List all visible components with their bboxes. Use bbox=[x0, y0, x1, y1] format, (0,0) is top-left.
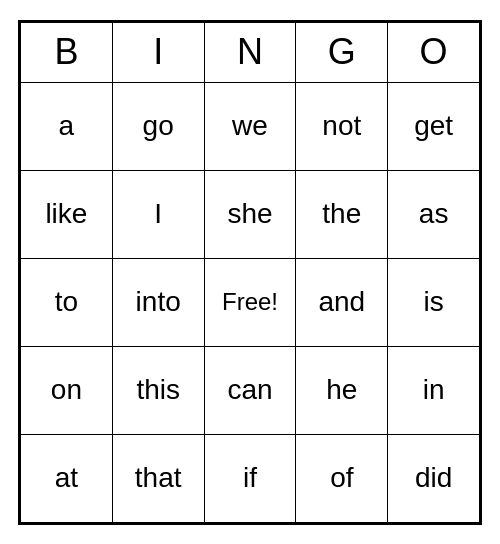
table-cell: not bbox=[296, 82, 388, 170]
table-cell: at bbox=[21, 434, 113, 522]
bingo-table: B I N G O agowenotgetlikeIshetheastointo… bbox=[20, 22, 480, 523]
table-cell: did bbox=[388, 434, 480, 522]
table-cell: Free! bbox=[204, 258, 296, 346]
table-cell: to bbox=[21, 258, 113, 346]
table-cell: like bbox=[21, 170, 113, 258]
table-cell: this bbox=[112, 346, 204, 434]
table-cell: that bbox=[112, 434, 204, 522]
table-cell: go bbox=[112, 82, 204, 170]
table-cell: of bbox=[296, 434, 388, 522]
table-row: agowenotget bbox=[21, 82, 480, 170]
col-n: N bbox=[204, 22, 296, 82]
table-cell: as bbox=[388, 170, 480, 258]
table-cell: and bbox=[296, 258, 388, 346]
table-row: likeIshetheas bbox=[21, 170, 480, 258]
table-cell: if bbox=[204, 434, 296, 522]
col-o: O bbox=[388, 22, 480, 82]
col-g: G bbox=[296, 22, 388, 82]
table-cell: he bbox=[296, 346, 388, 434]
col-b: B bbox=[21, 22, 113, 82]
bingo-body: agowenotgetlikeIshetheastointoFree!andis… bbox=[21, 82, 480, 522]
bingo-card: B I N G O agowenotgetlikeIshetheastointo… bbox=[18, 20, 482, 525]
table-cell: can bbox=[204, 346, 296, 434]
table-cell: in bbox=[388, 346, 480, 434]
table-cell: into bbox=[112, 258, 204, 346]
table-cell: is bbox=[388, 258, 480, 346]
table-row: atthatifofdid bbox=[21, 434, 480, 522]
header-row: B I N G O bbox=[21, 22, 480, 82]
table-cell: on bbox=[21, 346, 113, 434]
table-cell: we bbox=[204, 82, 296, 170]
table-cell: a bbox=[21, 82, 113, 170]
table-cell: get bbox=[388, 82, 480, 170]
table-cell: she bbox=[204, 170, 296, 258]
table-cell: I bbox=[112, 170, 204, 258]
table-row: tointoFree!andis bbox=[21, 258, 480, 346]
table-cell: the bbox=[296, 170, 388, 258]
col-i: I bbox=[112, 22, 204, 82]
table-row: onthiscanhein bbox=[21, 346, 480, 434]
